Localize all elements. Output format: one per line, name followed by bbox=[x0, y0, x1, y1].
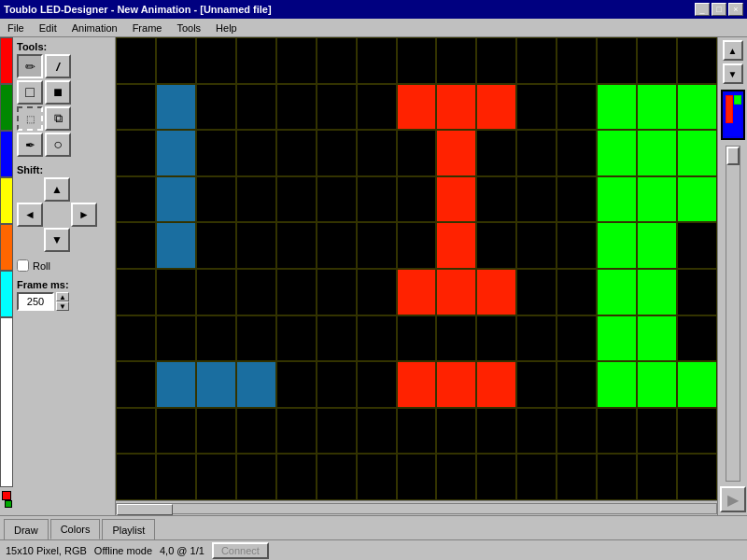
led-cell[interactable] bbox=[236, 361, 276, 408]
led-cell[interactable] bbox=[557, 408, 597, 455]
led-cell[interactable] bbox=[436, 130, 476, 176]
led-cell[interactable] bbox=[357, 176, 397, 223]
led-cell[interactable] bbox=[196, 454, 236, 500]
led-cell[interactable] bbox=[236, 269, 276, 315]
menu-frame[interactable]: Frame bbox=[129, 21, 166, 35]
led-grid[interactable] bbox=[116, 37, 717, 500]
led-cell[interactable] bbox=[637, 130, 677, 176]
led-cell[interactable] bbox=[196, 176, 236, 223]
led-cell[interactable] bbox=[436, 269, 476, 315]
led-cell[interactable] bbox=[397, 454, 437, 500]
menu-help[interactable]: Help bbox=[212, 21, 241, 35]
led-cell[interactable] bbox=[597, 454, 637, 500]
led-cell[interactable] bbox=[637, 222, 677, 269]
led-cell[interactable] bbox=[276, 84, 317, 131]
tab-colors[interactable]: Colors bbox=[50, 519, 101, 539]
led-cell[interactable] bbox=[397, 84, 437, 131]
led-cell[interactable] bbox=[557, 84, 597, 131]
maximize-button[interactable]: □ bbox=[712, 3, 726, 16]
led-cell[interactable] bbox=[317, 269, 357, 315]
tab-playlist[interactable]: Playlist bbox=[102, 519, 155, 539]
led-cell[interactable] bbox=[516, 130, 557, 176]
led-cell[interactable] bbox=[557, 361, 597, 408]
led-cell[interactable] bbox=[357, 315, 397, 362]
led-cell[interactable] bbox=[597, 222, 637, 269]
led-cell[interactable] bbox=[196, 408, 236, 455]
led-cell[interactable] bbox=[597, 408, 637, 455]
led-cell[interactable] bbox=[436, 454, 476, 500]
led-cell[interactable] bbox=[476, 130, 516, 176]
led-cell[interactable] bbox=[397, 222, 437, 269]
led-cell[interactable] bbox=[317, 176, 357, 223]
led-cell[interactable] bbox=[276, 408, 317, 455]
led-cell[interactable] bbox=[276, 269, 317, 315]
led-cell[interactable] bbox=[156, 130, 196, 176]
led-cell[interactable] bbox=[557, 176, 597, 223]
led-cell[interactable] bbox=[637, 315, 677, 362]
frame-ms-down-button[interactable]: ▼ bbox=[56, 301, 69, 311]
led-cell[interactable] bbox=[557, 454, 597, 500]
led-cell[interactable] bbox=[677, 222, 717, 269]
led-cell[interactable] bbox=[516, 408, 557, 455]
led-cell[interactable] bbox=[557, 269, 597, 315]
led-cell[interactable] bbox=[397, 269, 437, 315]
led-cell[interactable] bbox=[637, 269, 677, 315]
led-cell[interactable] bbox=[156, 315, 196, 362]
led-cell[interactable] bbox=[436, 315, 476, 362]
led-cell[interactable] bbox=[116, 176, 156, 223]
horizontal-scrollbar[interactable] bbox=[116, 500, 717, 515]
vertical-scrollbar[interactable] bbox=[726, 146, 740, 482]
led-cell[interactable] bbox=[476, 269, 516, 315]
led-cell[interactable] bbox=[557, 315, 597, 362]
rect-fill-tool-button[interactable]: ■ bbox=[45, 80, 71, 105]
led-cell[interactable] bbox=[436, 361, 476, 408]
led-cell[interactable] bbox=[677, 454, 717, 500]
led-cell[interactable] bbox=[516, 222, 557, 269]
led-cell[interactable] bbox=[436, 37, 476, 84]
connect-button[interactable]: Connect bbox=[212, 542, 269, 559]
led-cell[interactable] bbox=[436, 176, 476, 223]
led-cell[interactable] bbox=[476, 176, 516, 223]
led-cell[interactable] bbox=[317, 222, 357, 269]
color-swatch-white[interactable] bbox=[0, 317, 13, 487]
led-cell[interactable] bbox=[276, 176, 317, 223]
led-cell[interactable] bbox=[317, 315, 357, 362]
led-cell[interactable] bbox=[236, 176, 276, 223]
led-cell[interactable] bbox=[156, 84, 196, 131]
led-cell[interactable] bbox=[597, 176, 637, 223]
led-cell[interactable] bbox=[236, 84, 276, 131]
led-cell[interactable] bbox=[116, 315, 156, 362]
roll-checkbox[interactable] bbox=[17, 259, 29, 272]
led-cell[interactable] bbox=[116, 37, 156, 84]
plugin-tool-button[interactable]: ⧉ bbox=[45, 106, 71, 131]
shift-down-button[interactable]: ▼ bbox=[44, 228, 70, 252]
led-cell[interactable] bbox=[597, 37, 637, 84]
frame-prev-button[interactable]: ▲ bbox=[723, 40, 743, 61]
led-cell[interactable] bbox=[116, 361, 156, 408]
led-cell[interactable] bbox=[357, 84, 397, 131]
led-cell[interactable] bbox=[476, 84, 516, 131]
color-swatch-blue[interactable] bbox=[0, 131, 13, 177]
led-cell[interactable] bbox=[116, 222, 156, 269]
led-cell[interactable] bbox=[236, 315, 276, 362]
led-cell[interactable] bbox=[476, 315, 516, 362]
led-cell[interactable] bbox=[156, 222, 196, 269]
led-cell[interactable] bbox=[637, 361, 677, 408]
led-cell[interactable] bbox=[476, 408, 516, 455]
led-cell[interactable] bbox=[677, 269, 717, 315]
menu-animation[interactable]: Animation bbox=[68, 21, 121, 35]
led-cell[interactable] bbox=[476, 361, 516, 408]
led-cell[interactable] bbox=[317, 84, 357, 131]
led-cell[interactable] bbox=[156, 408, 196, 455]
led-cell[interactable] bbox=[397, 315, 437, 362]
line-tool-button[interactable]: / bbox=[45, 54, 71, 78]
led-cell[interactable] bbox=[156, 176, 196, 223]
select-tool-button[interactable]: ⬚ bbox=[17, 106, 43, 131]
led-cell[interactable] bbox=[276, 222, 317, 269]
led-cell[interactable] bbox=[637, 84, 677, 131]
led-cell[interactable] bbox=[597, 84, 637, 131]
led-cell[interactable] bbox=[637, 176, 677, 223]
led-cell[interactable] bbox=[677, 315, 717, 362]
led-cell[interactable] bbox=[476, 222, 516, 269]
led-cell[interactable] bbox=[597, 315, 637, 362]
